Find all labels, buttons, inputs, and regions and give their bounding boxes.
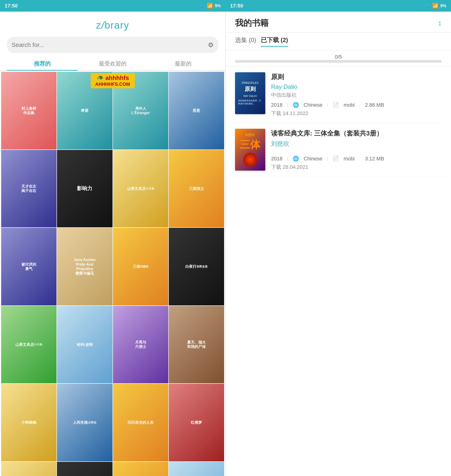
download-quota: 0/5 [226,50,451,67]
book-cover-6: 山茶文具店小川糸 [113,150,168,227]
signal-icon: 📶 [207,3,213,9]
list-item[interactable]: 局外人L'Étranger [113,72,168,150]
book-thumb-subtitle: PRINCIPLES [242,81,258,85]
left-panel: z/brary ⚙ 推荐的 最受欢迎的 最新的 🐢 ahhhhfs AHHHHF… [0,12,226,476]
list-item[interactable]: ZOO动物园 [57,462,112,476]
status-icons-right: 🐦 📶 9% [424,3,446,9]
book-title-2: 读客经典文库: 三体全集（套装共3册） [271,129,442,138]
search-input[interactable] [12,41,208,49]
list-item[interactable]: 影响力 [57,150,112,227]
book-thumbnail-content-2: 刘慈欣 三体 [235,129,265,171]
book-cover-17: 天才在左疯子在右 [1,150,56,227]
list-item[interactable]: 月亮与六便士 [113,306,168,383]
list-item[interactable]: 哈利·波特 [57,306,112,383]
list-item[interactable]: 山茶文具店小川糸 [113,150,168,227]
book-cover-3: 白夜行东野圭吾 [169,228,224,305]
filter-tabs: 选集 (0) 已下载 (2) [226,32,451,50]
book-cover-4: 人间失格太宰治 [57,384,112,461]
book-thumb-planet [243,153,257,167]
book-list[interactable]: PRINCIPLES 原则 RAY DALIO 原则是根本性的真理，它构成行动的… [226,67,451,476]
list-item[interactable]: 被讨厌的勇气 [1,228,56,305]
list-item[interactable]: 白夜行东野圭吾 [169,228,224,305]
status-bar: 17:50 🐦 📶 9% 17:50 🐦 📶 9% [0,0,451,12]
quota-bar-container [235,60,442,63]
book-publisher-1: 中信出版社 [271,92,442,99]
book-year-2: 2018 [271,156,282,162]
list-item[interactable]: 心理学 [169,462,224,476]
signal-icon-right: 📶 [432,3,438,9]
book-cover-16: 富爸爸穷爸爸 [1,462,56,476]
left-header: z/brary ⚙ 推荐的 最受欢迎的 最新的 [0,12,225,71]
logo-slash: / [101,20,105,31]
list-item[interactable]: 恶意 [169,72,224,150]
book-cover-7: 山茶文具店小川糸 [1,306,56,383]
book-cover-18: Jane AustenPride AndPrejudice傲慢与偏见 [57,228,112,305]
list-item[interactable]: 人间失格太宰治 [57,384,112,461]
book-size-1: 2.86 MB [365,102,384,108]
book-lang-icon-2: 🌐 [293,156,299,162]
list-item[interactable]: Jane AustenPride AndPrejudice傲慢与偏见 [57,228,112,305]
list-item[interactable]: 三国演义 [169,150,224,227]
list-item[interactable]: 夏天、烟火和我的尸体 [169,306,224,383]
book-download-date-1: 下载 14.11.2022 [271,110,442,117]
filter-icon[interactable]: ⚙ [208,41,214,49]
list-item[interactable]: 红楼梦 [169,384,224,461]
right-header: 我的书籍 ↕ [226,12,451,32]
right-panel: 我的书籍 ↕ 选集 (0) 已下载 (2) 0/5 PRINCIPLES 原则 [226,12,451,476]
book-cover-25: 心理学 [169,462,224,476]
list-item[interactable]: 富爸爸穷爸爸 [1,462,56,476]
list-item[interactable]: 天才在左疯子在右 [1,150,56,227]
books-scroll-area[interactable]: 村上春树作品集 希望 局外人L'Étranger 恶意 [0,71,225,476]
tab-collections[interactable]: 选集 (0) [235,36,256,47]
logo-z: z [96,20,101,31]
book-year-1: 2018 [271,102,282,108]
book-author-1: Ray Dalio [271,83,442,90]
tab-popular[interactable]: 最受欢迎的 [77,56,148,70]
book-author-2: 刘慈欣 [271,140,442,148]
book-language-1: Chinese [304,102,322,108]
sort-icon[interactable]: ↕ [438,19,442,27]
book-thumb-title-big2: 三体 [240,138,260,151]
book-cover-12: 红楼梦 [169,384,224,461]
book-cover-22: 三体刘慈欣 [113,228,168,305]
list-item[interactable]: 希望 [57,72,112,150]
tab-recommended[interactable]: 推荐的 [7,56,77,70]
book-info-2: 读客经典文库: 三体全集（套装共3册） 刘慈欣 2018 | 🌐 Chinese… [271,129,442,171]
tabs-row: 推荐的 最受欢迎的 最新的 [0,56,225,71]
list-item[interactable]: PRINCIPLES 原则 RAY DALIO 原则是根本性的真理，它构成行动的… [230,67,446,123]
books-grid: 村上春树作品集 希望 局外人L'Étranger 恶意 [1,72,224,476]
tab-new[interactable]: 最新的 [148,56,218,70]
status-bar-right: 17:50 🐦 📶 9% [226,0,451,12]
book-info-1: 原则 Ray Dalio 中信出版社 2018 | 🌐 Chinese | 📄 … [271,72,442,117]
separator-1c: , [359,103,360,107]
logo-library: brary [105,20,129,31]
twitter-icon: 🐦 [199,3,205,9]
list-item[interactable]: 三体刘慈欣 [113,462,168,476]
search-bar[interactable]: ⚙ [7,37,218,53]
app-logo: z/brary [7,16,218,33]
main-container: z/brary ⚙ 推荐的 最受欢迎的 最新的 🐢 ahhhhfs AHHHHF… [0,12,451,476]
book-cover-14: 被讨厌的勇气 [1,228,56,305]
book-cover-1: 村上春树作品集 [1,72,56,150]
book-thumb-title-cn: 原则 [244,85,256,93]
separator-1a: | [287,103,288,107]
list-item[interactable]: 村上春树作品集 [1,72,56,150]
book-cover-11: 哈利·波特 [57,306,112,383]
separator-2c: , [359,157,360,161]
battery-right: 9% [440,4,446,8]
book-cover-2: 影响力 [57,150,112,227]
book-format-icon-2: 📄 [333,156,339,162]
list-item[interactable]: 小狗钱钱 [1,384,56,461]
book-cover-5: 希望 [57,72,112,150]
list-item[interactable]: 山茶文具店小川糸 [1,306,56,383]
list-item[interactable]: 刘慈欣 三体 读客经典文库: 三体全集（套装共3册） 刘慈欣 2018 | [230,123,446,177]
tab-downloaded[interactable]: 已下载 (2) [261,36,288,47]
book-thumb-desc: 原则是根本性的真理，它构成行动的基础... [237,99,263,105]
book-lang-icon-1: 🌐 [293,102,299,108]
list-item[interactable]: 闪闪发光的人生 [113,384,168,461]
separator-2a: | [287,157,288,161]
book-thumbnail-2: 刘慈欣 三体 [235,129,265,171]
book-cover-20: ZOO动物园 [57,462,112,476]
list-item[interactable]: 三体刘慈欣 [113,228,168,305]
book-cover-8: 闪闪发光的人生 [113,384,168,461]
